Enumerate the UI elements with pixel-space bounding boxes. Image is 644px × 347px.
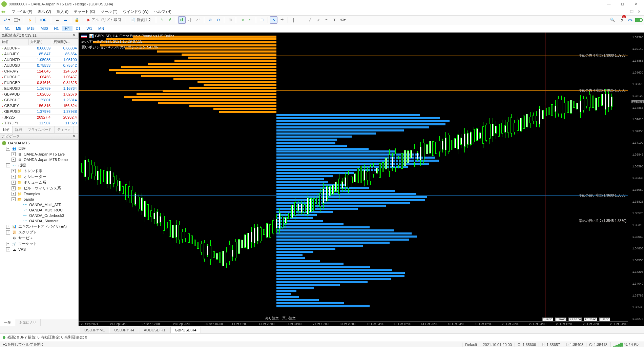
indicator-button[interactable]: ⊡ xyxy=(258,16,266,24)
market-watch-table[interactable]: 銘柄 売気配(... 買気配(A... AUDCHF 0.68859 0.688… xyxy=(0,39,78,126)
market-watch-row[interactable]: AUDUSD 0.75533 0.75542 xyxy=(0,63,78,68)
step-forward-button[interactable]: ↱ xyxy=(166,16,174,24)
crosshair-button[interactable]: ✛ xyxy=(278,16,286,24)
menu-item[interactable]: 挿入 (I) xyxy=(54,9,71,14)
market-watch-close-button[interactable]: ✕ xyxy=(71,33,77,38)
nav-scripts[interactable]: +スクリプト xyxy=(0,229,78,235)
nav-oscillator[interactable]: +オシレーター xyxy=(0,174,78,180)
timeframe-H1[interactable]: H1 xyxy=(51,26,61,31)
nav-indicators[interactable]: −指標 xyxy=(0,162,78,168)
nav-services[interactable]: サービス xyxy=(0,235,78,241)
menu-item[interactable]: ファイル (F) xyxy=(9,9,35,14)
market-watch-tab[interactable]: プライスボード xyxy=(25,126,55,133)
menu-item[interactable]: チャート (C) xyxy=(71,9,98,14)
nav-accounts[interactable]: −口座 xyxy=(0,146,78,151)
market-watch-tab[interactable]: 銘柄 xyxy=(0,126,13,133)
dollar-button[interactable]: $ xyxy=(26,16,34,24)
market-watch-row[interactable]: EURGBP 0.84616 0.84625 xyxy=(0,80,78,86)
expand-icon[interactable]: + xyxy=(12,175,16,179)
child-minimize-button[interactable]: — xyxy=(620,9,628,14)
expand-icon[interactable]: + xyxy=(12,192,16,196)
expand-icon[interactable]: + xyxy=(6,242,10,246)
cursor-button[interactable]: ↖ xyxy=(270,16,277,24)
nav-bill-williams[interactable]: +ビル・ウィリアムス系 xyxy=(0,185,78,191)
chart-tab[interactable]: USDJPY,M1 xyxy=(80,327,109,333)
chart-tab[interactable]: USDJPY,H4 xyxy=(110,327,139,333)
line-type-button[interactable] xyxy=(194,16,202,24)
nav-oanda-folder[interactable]: −oanda xyxy=(0,197,78,202)
expand-icon[interactable]: + xyxy=(6,230,10,234)
menu-item[interactable]: ツール (T) xyxy=(98,9,120,14)
timeframe-H4[interactable]: H4 xyxy=(62,26,72,31)
timeframe-M30[interactable]: M30 xyxy=(38,26,50,31)
market-watch-row[interactable]: GBPCHF 1.25801 1.25814 xyxy=(0,97,78,103)
nav-ea[interactable]: +エキスパートアドバイザ(EA) xyxy=(0,224,78,229)
navigator-tree[interactable]: 🟢OANDA MT5 −口座 +OANDA-Japan MT5 Live +OA… xyxy=(0,139,78,319)
col-ask[interactable]: 買気配(A... xyxy=(52,39,78,45)
nav-volume[interactable]: +ボリューム系 xyxy=(0,180,78,185)
nav-market[interactable]: +マーケット xyxy=(0,241,78,247)
market-watch-row[interactable]: TRYJPY 11.907 11.929 xyxy=(0,120,78,126)
nav-oanda-orderbook[interactable]: OANDA_Orderbook3 xyxy=(0,213,78,218)
lock-button[interactable]: 🔒 xyxy=(73,16,81,24)
zoom-out-button[interactable]: ⊖ xyxy=(214,16,222,24)
search-button[interactable]: 🔍 xyxy=(609,16,616,24)
market-watch-row[interactable]: AUDJPY 85.847 85.854 xyxy=(0,51,78,57)
timeframe-M15[interactable]: M15 xyxy=(25,26,37,31)
market-watch-row[interactable]: GBPAUD 1.82656 1.82676 xyxy=(0,91,78,97)
nav-trend[interactable]: +トレンド系 xyxy=(0,168,78,174)
child-restore-button[interactable]: ❐ xyxy=(628,9,636,14)
trendline-button[interactable]: ╱ xyxy=(306,16,314,24)
minimize-button[interactable]: — xyxy=(602,2,616,6)
text-button[interactable]: T xyxy=(331,16,338,24)
market-watch-tab[interactable]: 詳細 xyxy=(13,126,25,133)
child-close-button[interactable]: ✕ xyxy=(636,9,643,14)
fibo-button[interactable]: ≡ xyxy=(323,16,330,24)
profile-dropdown[interactable]: ▾ xyxy=(12,16,22,24)
cloud-upload-button[interactable]: ☁ xyxy=(53,16,61,24)
step-back-button[interactable]: ↰ xyxy=(158,16,166,24)
ide-button[interactable]: IDE xyxy=(38,16,49,24)
autoscroll-button[interactable]: ⇤ xyxy=(246,16,254,24)
grid-button[interactable]: ⊞ xyxy=(226,16,234,24)
expand-icon[interactable]: + xyxy=(12,169,16,173)
line-chart-dropdown[interactable]: ▾ xyxy=(2,16,12,24)
nav-oanda-roc[interactable]: OANDA_Multi_ROC xyxy=(0,207,78,213)
alerts-button[interactable]: ◔1 xyxy=(618,16,625,24)
chart-tab[interactable]: AUDUSD,H1 xyxy=(139,327,170,333)
timeframe-M5[interactable]: M5 xyxy=(13,26,24,31)
expand-icon[interactable]: + xyxy=(6,225,10,229)
market-watch-row[interactable]: EURCHF 1.06456 1.06467 xyxy=(0,74,78,80)
col-bid[interactable]: 売気配(... xyxy=(29,39,52,45)
market-watch-tab[interactable]: ティック xyxy=(55,126,74,133)
navigator-close-button[interactable]: ✕ xyxy=(71,134,77,139)
shift-button[interactable]: ⇥ xyxy=(238,16,246,24)
bar-chart-button[interactable] xyxy=(186,16,194,24)
level-button[interactable]: LVL xyxy=(626,16,634,24)
timeframe-MN[interactable]: MN xyxy=(96,26,107,31)
chart-area[interactable]: 📊 GBPUSD, H4: Great Britain Pound vs US … xyxy=(79,33,644,326)
maximize-button[interactable]: ◻ xyxy=(616,2,629,6)
nav-account-demo[interactable]: +OANDA-Japan MT5 Demo xyxy=(0,157,78,162)
algo-trading-button[interactable]: ▶アルゴリズム取引 xyxy=(85,16,124,24)
nav-examples[interactable]: +Examples xyxy=(0,191,78,197)
nav-account-live[interactable]: +OANDA-Japan MT5 Live xyxy=(0,151,78,157)
collapse-icon[interactable]: − xyxy=(12,197,16,201)
market-watch-row[interactable]: GBPJPY 156.815 156.824 xyxy=(0,103,78,109)
collapse-icon[interactable]: − xyxy=(6,163,10,167)
nav-oanda-shortcut[interactable]: OANDA_Shortcut xyxy=(0,218,78,224)
hline-button[interactable]: ─ xyxy=(298,16,306,24)
timeframe-W1[interactable]: W1 xyxy=(84,26,95,31)
expand-icon[interactable]: + xyxy=(12,158,16,162)
nav-tab-favorites[interactable]: お気に入り xyxy=(15,319,41,326)
nav-vps[interactable]: +VPS xyxy=(0,247,78,252)
menu-item[interactable]: ウインドウ (W) xyxy=(120,9,151,14)
market-watch-row[interactable]: EURUSD 1.16759 1.16764 xyxy=(0,86,78,91)
nav-oanda-atr[interactable]: OANDA_Multi_ATR xyxy=(0,202,78,207)
timeframe-D1[interactable]: D1 xyxy=(73,26,83,31)
expand-icon[interactable]: + xyxy=(12,186,16,190)
candlestick-button[interactable] xyxy=(178,16,186,24)
new-order-button[interactable]: 📄新規注文 xyxy=(128,16,154,24)
close-button[interactable]: ✕ xyxy=(629,2,643,6)
nav-tab-general[interactable]: 一般 xyxy=(0,319,15,326)
